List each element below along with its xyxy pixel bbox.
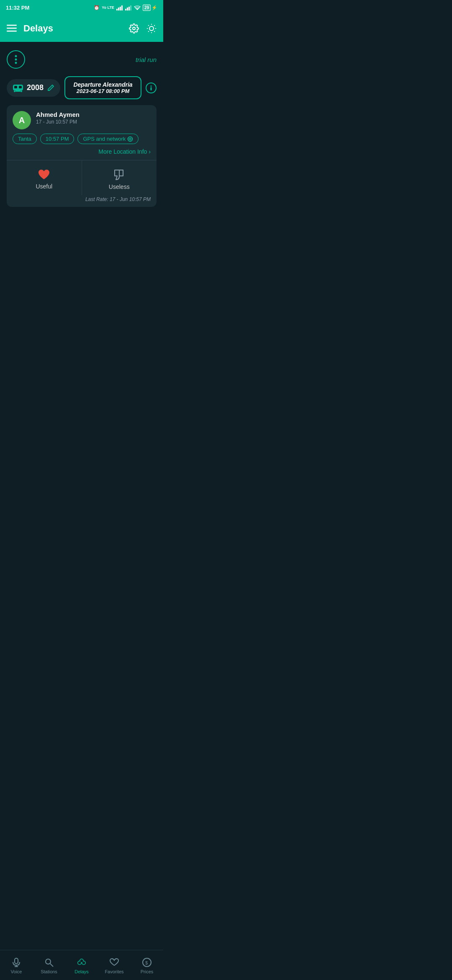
svg-line-16 (154, 31, 154, 31)
svg-rect-10 (7, 31, 17, 32)
svg-rect-9 (7, 28, 17, 29)
train-number-box: 2008 (7, 79, 60, 97)
report-username: Ahmed Aymen (36, 111, 151, 118)
rating-section: Useful Useless (7, 160, 157, 195)
battery-indicator: 29 ⚡ (143, 5, 157, 11)
departure-box[interactable]: Departure Alexandria 2023-06-17 08:00 PM (64, 76, 141, 99)
tag-location[interactable]: Tanta (13, 134, 37, 144)
last-rate-row: Last Rate: 17 - Jun 10:57 PM (7, 195, 157, 207)
tag-time[interactable]: 10:57 PM (40, 134, 74, 144)
info-icon[interactable] (146, 82, 157, 93)
heart-icon (38, 167, 50, 181)
svg-rect-27 (14, 90, 15, 92)
settings-button[interactable] (129, 23, 139, 34)
svg-rect-29 (15, 90, 21, 92)
theme-button[interactable] (146, 23, 157, 34)
top-row: trial run (7, 49, 157, 70)
svg-rect-4 (125, 9, 126, 10)
app-bar-actions (129, 23, 157, 34)
report-tags: Tanta 10:57 PM GPS and network (7, 134, 157, 148)
tag-gps[interactable]: GPS and network (77, 134, 139, 144)
svg-line-20 (154, 25, 154, 26)
svg-rect-25 (14, 86, 17, 88)
report-header: A Ahmed Aymen 17 - Jun 10:57 PM (7, 105, 157, 134)
more-options-button[interactable] (7, 50, 25, 69)
svg-rect-28 (21, 90, 22, 92)
useful-label: Useful (36, 183, 52, 190)
chevron-right-icon: › (149, 148, 151, 155)
svg-point-33 (128, 137, 133, 141)
main-content: trial run 2008 Depart (0, 42, 163, 253)
trial-run-label: trial run (136, 56, 157, 63)
page-title: Delays (23, 23, 122, 34)
status-time: 11:32 PM (6, 5, 29, 11)
signal2-icon (125, 5, 132, 10)
svg-rect-0 (116, 9, 118, 10)
bottom-spacer (7, 213, 157, 246)
svg-line-19 (148, 31, 149, 31)
svg-point-34 (129, 138, 131, 140)
useless-label: Useless (109, 183, 130, 190)
app-bar: Delays (0, 15, 163, 42)
svg-point-12 (149, 26, 154, 31)
last-rate-text: Last Rate: 17 - Jun 10:57 PM (85, 196, 151, 202)
train-info-row: 2008 Departure Alexandria 2023-06-17 08:… (7, 76, 157, 99)
departure-date: 2023-06-17 08:00 PM (71, 88, 135, 94)
wifi-icon (134, 5, 141, 10)
lte-icon: Yo LTE (102, 5, 114, 10)
status-bar: 11:32 PM ⏰ Yo LTE 29 ⚡ (0, 0, 163, 15)
signal1-icon (116, 5, 123, 10)
charging-icon: ⚡ (152, 5, 157, 10)
svg-point-21 (15, 55, 17, 57)
svg-rect-32 (151, 87, 152, 90)
menu-button[interactable] (7, 25, 17, 32)
more-location-row: More Location Info › (7, 148, 157, 160)
svg-rect-6 (128, 7, 130, 10)
svg-point-11 (133, 27, 135, 30)
svg-rect-5 (127, 8, 128, 10)
svg-rect-3 (121, 5, 123, 10)
svg-rect-2 (120, 7, 121, 10)
svg-rect-1 (118, 8, 119, 10)
useless-button[interactable]: Useless (82, 160, 157, 195)
svg-point-22 (15, 59, 17, 61)
svg-point-31 (151, 85, 152, 87)
report-time: 17 - Jun 10:57 PM (36, 119, 151, 125)
edit-icon[interactable] (47, 83, 54, 92)
avatar: A (13, 111, 31, 129)
thumbs-down-icon (113, 167, 126, 181)
svg-line-15 (148, 25, 149, 26)
departure-city: Departure Alexandria (71, 81, 135, 88)
report-user-info: Ahmed Aymen 17 - Jun 10:57 PM (36, 111, 151, 125)
svg-point-23 (15, 62, 17, 64)
more-location-button[interactable]: More Location Info › (98, 148, 151, 155)
useful-button[interactable]: Useful (7, 160, 82, 195)
svg-rect-26 (19, 86, 22, 88)
svg-rect-7 (130, 5, 131, 10)
train-icon (13, 83, 23, 93)
status-icons: ⏰ Yo LTE 29 ⚡ (94, 5, 157, 11)
alarm-icon: ⏰ (94, 5, 100, 10)
svg-rect-8 (7, 25, 17, 26)
train-number: 2008 (27, 83, 44, 92)
report-card: A Ahmed Aymen 17 - Jun 10:57 PM Tanta 10… (7, 105, 157, 207)
